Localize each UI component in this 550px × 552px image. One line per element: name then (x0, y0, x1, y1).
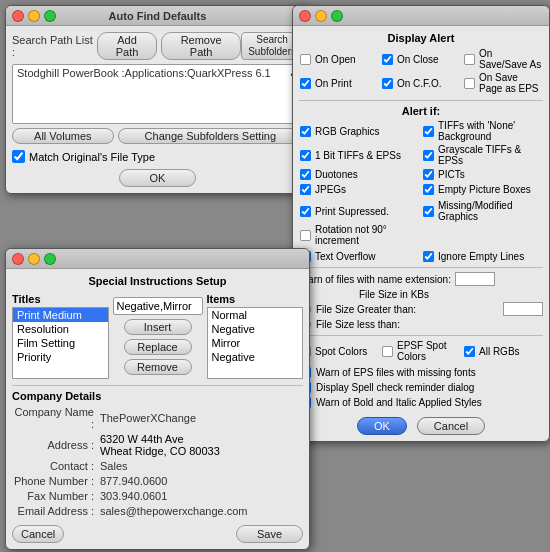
auto-find-titlebar: Auto Find Defaults (6, 6, 309, 26)
empty-pic-boxes-checkbox[interactable] (423, 184, 434, 195)
item-negative[interactable]: Negative (208, 322, 303, 336)
special-cancel-button[interactable]: Cancel (12, 525, 64, 543)
display-alert-footer: OK Cancel (299, 417, 543, 435)
on-cfo-checkbox[interactable] (382, 77, 393, 88)
print-suppressed-checkbox[interactable] (300, 205, 311, 216)
si-input-field[interactable] (113, 297, 203, 315)
titles-list-box: Print Medium Resolution Film Setting Pri… (12, 307, 109, 379)
duotones-checkbox[interactable] (300, 169, 311, 180)
rgb-graphics-item: RGB Graphics (299, 120, 420, 142)
ignore-empty-lines-checkbox[interactable] (423, 251, 434, 262)
missing-modified-label: Missing/Modified Graphics (438, 200, 543, 222)
rotation-not-90-item: Rotation not 90° increment (299, 224, 420, 246)
on-open-checkbox[interactable] (300, 53, 311, 64)
special-maximize-button[interactable] (44, 253, 56, 265)
remove-path-button[interactable]: Remove Path (161, 32, 241, 60)
change-subfolders-button[interactable]: Change Subfolders Setting (118, 128, 303, 144)
tiffs-none-label: TIFFs with 'None' Background (438, 120, 543, 142)
phone-value: 877.940.0600 (100, 475, 303, 487)
missing-modified-checkbox[interactable] (423, 205, 434, 216)
address-row: Address : 6320 W 44th Ave Wheat Ridge, C… (12, 433, 303, 457)
display-close-button[interactable] (299, 10, 311, 22)
grayscale-tiffs-checkbox[interactable] (423, 149, 434, 160)
display-cancel-button[interactable]: Cancel (417, 417, 485, 435)
duotones-label: Duotones (315, 169, 358, 180)
title-film-setting[interactable]: Film Setting (13, 336, 108, 350)
display-maximize-button[interactable] (331, 10, 343, 22)
display-alert-section-title: Display Alert (299, 32, 543, 44)
close-button[interactable] (12, 10, 24, 22)
one-bit-tiffs-checkbox[interactable] (300, 149, 311, 160)
display-alert-titlebar (293, 6, 549, 26)
display-minimize-button[interactable] (315, 10, 327, 22)
on-save-page-eps-item: On Save Page as EPS (463, 72, 543, 94)
rotation-not-90-checkbox[interactable] (300, 229, 311, 240)
item-normal[interactable]: Normal (208, 308, 303, 322)
file-size-less-label: File Size less than: (316, 319, 400, 330)
grayscale-tiffs-label: Grayscale TIFFs & EPSs (438, 144, 543, 166)
on-save-as-checkbox[interactable] (464, 53, 475, 64)
company-name-value: ThePowerXChange (100, 412, 303, 424)
alert-if-title: Alert if: (299, 105, 543, 117)
special-minimize-button[interactable] (28, 253, 40, 265)
match-file-type-checkbox[interactable] (12, 150, 25, 163)
ok-button[interactable]: OK (119, 169, 197, 187)
on-print-label: On Print (315, 78, 352, 89)
search-path-header: Search Path List : Add Path Remove Path … (12, 32, 303, 60)
on-print-checkbox[interactable] (300, 77, 311, 88)
rgb-graphics-label: RGB Graphics (315, 126, 379, 137)
company-divider (12, 385, 303, 386)
special-instructions-content: Special Instructions Setup Titles Print … (6, 269, 309, 549)
on-save-page-eps-checkbox[interactable] (464, 77, 475, 88)
email-label: Email Address : (12, 505, 100, 517)
path-list-box: Stodghill PowerBook :Applications:QuarkX… (12, 64, 303, 124)
item-mirror[interactable]: Mirror (208, 336, 303, 350)
display-window-controls (299, 10, 343, 22)
empty-pic-boxes-item: Empty Picture Boxes (422, 183, 543, 196)
picts-checkbox[interactable] (423, 169, 434, 180)
picts-item: PICTs (422, 168, 543, 181)
all-volumes-button[interactable]: All Volumes (12, 128, 114, 144)
spot-colors-item: Spot Colors (299, 340, 379, 362)
fax-value: 303.940.0601 (100, 490, 303, 502)
jpegs-checkbox[interactable] (300, 184, 311, 195)
add-path-button[interactable]: Add Path (97, 32, 157, 60)
on-close-label: On Close (397, 54, 439, 65)
all-rgbs-checkbox[interactable] (464, 345, 475, 356)
title-priority[interactable]: Priority (13, 350, 108, 364)
display-alert-window: Display Alert On Open On Close On Save/S… (292, 5, 550, 442)
path-list-item[interactable]: Stodghill PowerBook :Applications:QuarkX… (17, 67, 298, 80)
si-titles-column: Titles Print Medium Resolution Film Sett… (12, 293, 109, 379)
title-resolution[interactable]: Resolution (13, 322, 108, 336)
afd-buttons-row: All Volumes Change Subfolders Setting (12, 128, 303, 144)
display-ok-button[interactable]: OK (357, 417, 407, 435)
print-suppressed-item: Print Supressed. (299, 200, 420, 222)
on-open-item: On Open (299, 48, 379, 70)
minimize-button[interactable] (28, 10, 40, 22)
warn-name-extension-input[interactable] (455, 272, 495, 286)
warn-eps-label: Warn of EPS files with missing fonts (316, 367, 476, 378)
file-size-greater-input[interactable] (503, 302, 543, 316)
rgb-graphics-checkbox[interactable] (300, 125, 311, 136)
save-button[interactable]: Save (236, 525, 303, 543)
company-name-label: Company Name : (12, 406, 100, 430)
divider-1 (299, 100, 543, 101)
rotation-not-90-label: Rotation not 90° increment (315, 224, 420, 246)
remove-button[interactable]: Remove (124, 359, 192, 375)
divider-2 (299, 267, 543, 268)
on-close-item: On Close (381, 48, 461, 70)
item-negative-2[interactable]: Negative (208, 350, 303, 364)
title-print-medium[interactable]: Print Medium (13, 308, 108, 322)
one-bit-tiffs-item: 1 Bit TIFFs & EPSs (299, 144, 420, 166)
email-row: Email Address : sales@thepowerxchange.co… (12, 505, 303, 517)
special-close-button[interactable] (12, 253, 24, 265)
insert-button[interactable]: Insert (124, 319, 192, 335)
maximize-button[interactable] (44, 10, 56, 22)
warn-eps-item: Warn of EPS files with missing fonts (299, 366, 543, 379)
tiffs-none-checkbox[interactable] (423, 125, 434, 136)
replace-button[interactable]: Replace (124, 339, 192, 355)
on-close-checkbox[interactable] (382, 53, 393, 64)
epsf-spot-colors-checkbox[interactable] (382, 345, 393, 356)
address-line1: 6320 W 44th Ave (100, 433, 220, 445)
si-items-column: Items Normal Negative Mirror Negative (207, 293, 304, 379)
